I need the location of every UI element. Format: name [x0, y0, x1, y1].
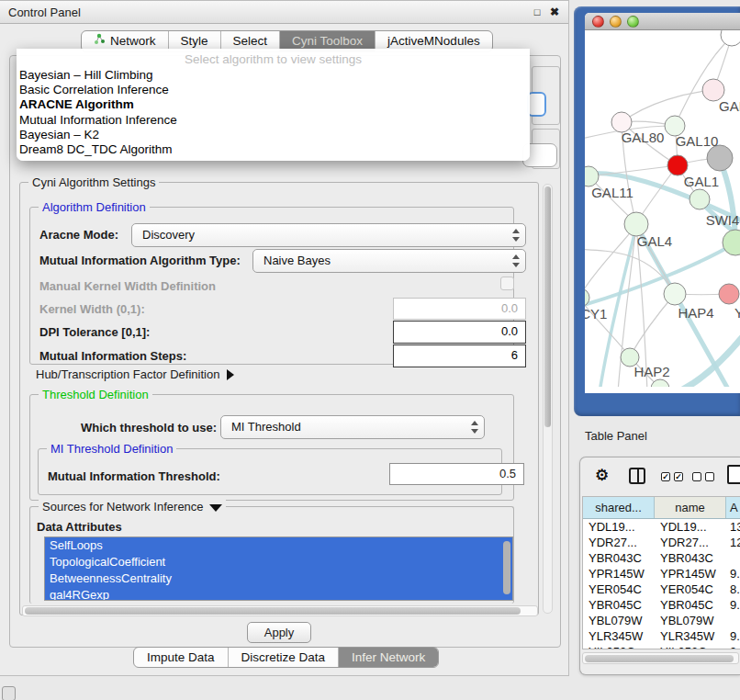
node-label: Y: [734, 305, 740, 321]
table-row[interactable]: YDR27...YDR27...12: [583, 535, 740, 550]
tab-impute-data[interactable]: Impute Data: [134, 648, 228, 667]
data-attributes-list[interactable]: SelfLoopsTopologicalCoefficientBetweenne…: [44, 536, 513, 601]
float-window-icon[interactable]: □: [530, 1, 544, 24]
network-edge[interactable]: [630, 294, 675, 356]
table-row[interactable]: YBR045CYBR045C9.: [583, 597, 740, 613]
dropdown-item[interactable]: Bayesian – Hill Climbing: [17, 68, 530, 83]
dropdown-item[interactable]: Dream8 DC_TDC Algorithm: [17, 142, 530, 157]
dropdown-item[interactable]: Mutual Information Inference: [17, 113, 530, 128]
table-cell: YLR345W: [583, 628, 655, 644]
tab-infer-network[interactable]: Infer Network: [338, 648, 438, 667]
kernel-width-field[interactable]: 0.0: [393, 298, 526, 320]
table-panel-window: ⚙ ✓ ✓ shared...nameA YDL19...YDL19...13Y…: [579, 457, 740, 675]
table-cell: 9.: [726, 566, 740, 581]
mi-type-label: Mutual Information Algorithm Type:: [39, 254, 241, 267]
select-all-checkbox-icon[interactable]: ✓: [661, 472, 670, 481]
bottom-tab-bar: Impute DataDiscretize DataInfer Network: [133, 647, 439, 668]
dpi-tolerance-label: DPI Tolerance [0,1]:: [39, 325, 150, 339]
network-node-node-green[interactable]: [690, 189, 710, 209]
dropdown-item[interactable]: Basic Correlation Inference: [17, 83, 530, 97]
list-scrollbar-thumb[interactable]: [503, 541, 510, 594]
network-edge[interactable]: [585, 243, 734, 308]
collapse-down-icon[interactable]: [209, 504, 222, 512]
node-table: shared...nameA YDL19...YDL19...13YDR27..…: [582, 496, 740, 649]
apply-button[interactable]: Apply: [247, 622, 311, 643]
table-row[interactable]: YIL052CYIL052C9.: [583, 644, 740, 649]
mi-threshold-field[interactable]: 0.5: [389, 463, 524, 485]
dock-panel-icon[interactable]: [2, 686, 16, 700]
mi-type-value: Naive Bayes: [263, 254, 331, 267]
which-threshold-label: Which threshold to use:: [81, 421, 217, 435]
minimize-traffic-light-icon[interactable]: [610, 16, 622, 28]
zoom-traffic-light-icon[interactable]: [627, 16, 639, 28]
document-icon[interactable]: [727, 465, 740, 484]
hub-definition-expander[interactable]: Hub/Transcription Factor Definition: [36, 367, 234, 381]
network-window-titlebar[interactable]: [585, 13, 740, 30]
table-hscroll-thumb[interactable]: [585, 655, 734, 662]
network-canvas[interactable]: GALGAL80GAL10GAL1GAL11SWI4GAL4GCY1HAP4YH…: [585, 30, 740, 387]
algorithm-definition-group: Algorithm Definition Aracne Mode: Discov…: [29, 207, 514, 365]
table-row[interactable]: YPR145WYPR145W9.: [583, 566, 740, 581]
list-item[interactable]: gal4RGexp: [45, 587, 512, 601]
manual-kernel-checkbox[interactable]: [500, 277, 514, 290]
network-node-node-salmon[interactable]: [719, 284, 739, 304]
table-cell: 8.: [726, 581, 740, 597]
network-edge[interactable]: [589, 165, 678, 176]
table-row[interactable]: YDL19...YDL19...13: [583, 519, 740, 535]
dpi-tolerance-field[interactable]: 0.0: [393, 321, 526, 344]
close-icon[interactable]: ✖: [547, 1, 562, 24]
network-node-GAL1[interactable]: [667, 155, 688, 175]
table-row[interactable]: YBR043CYBR043C: [583, 550, 740, 566]
mi-steps-field[interactable]: 6: [393, 344, 526, 367]
list-item[interactable]: SelfLoops: [45, 537, 512, 554]
sources-group: Sources for Network Inference Data Attri…: [29, 506, 514, 604]
mi-threshold-definition-title: MI Threshold Definition: [47, 442, 176, 456]
network-edge[interactable]: [622, 90, 713, 122]
list-item[interactable]: TopologicalCoefficient: [45, 554, 512, 570]
table-toolbar: ⚙ ✓ ✓: [580, 457, 740, 496]
aracne-mode-combobox[interactable]: Discovery: [131, 223, 526, 247]
settings-vertical-scrollbar[interactable]: [543, 184, 553, 614]
node-label: HAP2: [633, 364, 669, 379]
column-header-2[interactable]: name: [655, 497, 726, 518]
table-cell: YDR27...: [655, 535, 726, 550]
deselect-all-checkbox-icon2[interactable]: [705, 472, 714, 481]
algorithm-combobox-fragment[interactable]: [527, 92, 546, 117]
column-header-3[interactable]: A: [726, 497, 740, 518]
window-title: Control Panel: [0, 6, 81, 19]
vscroll-thumb[interactable]: [544, 186, 551, 427]
dropdown-placeholder: Select algorithm to view settings: [17, 49, 530, 68]
table-cell: YDL19...: [583, 519, 655, 535]
mi-threshold-definition-group: MI Threshold Definition Mutual Informati…: [38, 448, 502, 495]
network-node-node-bottom[interactable]: [651, 379, 669, 387]
dropdown-item[interactable]: ARACNE Algorithm: [17, 97, 530, 112]
network-node-SWI4[interactable]: [723, 230, 740, 255]
table-horizontal-scrollbar[interactable]: [582, 652, 739, 664]
dropdown-item[interactable]: Bayesian – K2: [17, 128, 530, 142]
which-threshold-combobox[interactable]: MI Threshold: [220, 415, 485, 439]
table-row[interactable]: YER054CYER054C8.: [583, 581, 740, 597]
table-cell: YLR345W: [655, 628, 726, 644]
tab-discretize-data[interactable]: Discretize Data: [228, 648, 339, 667]
network-view-frame: GALGAL80GAL10GAL1GAL11SWI4GAL4GCY1HAP4YH…: [574, 6, 740, 416]
table-row[interactable]: YLR345WYLR345W9.: [583, 628, 740, 644]
deselect-all-checkbox-icon[interactable]: [692, 472, 701, 481]
network-node-node[interactable]: [721, 30, 740, 46]
settings-horizontal-scrollbar[interactable]: [22, 605, 538, 616]
network-node-HAP4[interactable]: [664, 283, 686, 305]
table-row[interactable]: YBL079WYBL079W: [583, 613, 740, 628]
mi-type-combobox[interactable]: Naive Bayes: [252, 249, 526, 273]
select-all-checkbox-icon2[interactable]: ✓: [674, 472, 683, 481]
node-label: HAP4: [678, 305, 713, 321]
column-header-1[interactable]: shared...: [583, 497, 655, 518]
node-label: GCY1: [585, 306, 607, 322]
table-cell: 12: [726, 535, 740, 550]
network-node-node-gray[interactable]: [707, 145, 733, 171]
network-edge[interactable]: [673, 326, 740, 387]
list-item[interactable]: BetweennessCentrality: [45, 570, 512, 587]
hscroll-thumb[interactable]: [25, 607, 521, 615]
combo-arrows-icon: [470, 420, 479, 435]
split-columns-icon[interactable]: [629, 468, 645, 484]
settings-gear-icon[interactable]: ⚙: [595, 466, 609, 485]
close-traffic-light-icon[interactable]: [592, 16, 604, 28]
